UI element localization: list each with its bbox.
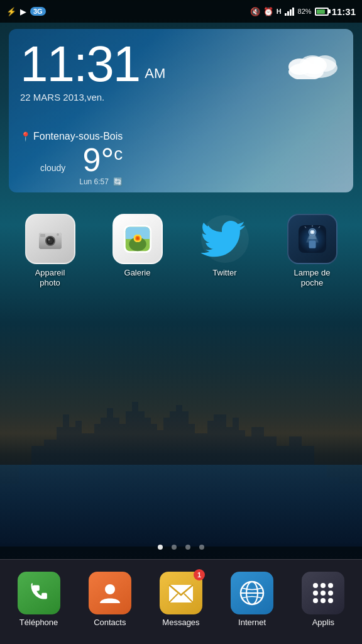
svg-point-54: [313, 591, 318, 596]
dock-phone[interactable]: Téléphone: [8, 572, 70, 627]
twitter-icon-wrap: [200, 214, 250, 264]
internet-label: Internet: [238, 618, 266, 627]
svg-rect-3: [290, 9, 292, 16]
svg-point-56: [328, 591, 333, 596]
svg-point-53: [328, 583, 333, 588]
h-network-icon: H: [277, 8, 282, 15]
page-dot-3[interactable]: [185, 545, 190, 550]
widget-location: Fontenay-sous-Bois: [33, 131, 123, 142]
svg-point-52: [321, 583, 326, 588]
phone-icon-wrap: [18, 572, 60, 614]
widget-date: 22 MARS 2013,ven.: [20, 92, 342, 103]
svg-point-58: [321, 598, 326, 603]
dock-messages[interactable]: 1 Messages: [150, 572, 212, 627]
gallery-label: Galerie: [124, 268, 151, 278]
messages-svg: [168, 581, 194, 605]
svg-point-55: [321, 591, 326, 596]
camera-icon-wrap: [25, 214, 75, 264]
internet-icon-wrap: [231, 572, 273, 614]
gallery-icon-wrap: [112, 214, 163, 264]
svg-rect-17: [40, 234, 45, 237]
location-pin-icon: 📍: [20, 131, 31, 142]
apps-icon-wrap: [302, 572, 344, 614]
messages-icon-wrap: 1: [160, 572, 202, 614]
signal-icon: [285, 7, 295, 16]
network-badge: 3G: [30, 7, 46, 16]
apps-grid-svg: [310, 580, 336, 606]
dock-internet[interactable]: Internet: [221, 572, 283, 627]
apps-row: Appareilphoto: [0, 214, 362, 287]
mute-icon: 🔇: [250, 8, 260, 16]
gallery-svg: [124, 225, 151, 253]
apps-label: Applis: [312, 618, 334, 627]
messages-label: Messages: [162, 618, 199, 627]
widget-time-display: 11:31 AM: [20, 39, 342, 89]
svg-point-16: [48, 239, 50, 241]
widget-time: 11:31: [20, 39, 140, 89]
app-gallery[interactable]: Galerie: [103, 214, 172, 287]
contacts-label: Contacts: [94, 618, 126, 627]
battery-percent: 82%: [298, 8, 312, 15]
svg-point-40: [308, 228, 316, 236]
phone-svg: [27, 581, 51, 605]
contacts-svg: [97, 580, 123, 606]
dock-apps[interactable]: Applis: [292, 572, 354, 627]
internet-svg: [239, 580, 265, 606]
dock: Téléphone Contacts: [0, 559, 362, 644]
camera-svg: [36, 225, 64, 253]
twitter-label: Twitter: [212, 268, 236, 278]
flashlight-svg: [299, 225, 326, 253]
contacts-icon-wrap: [89, 572, 131, 614]
svg-rect-1: [285, 13, 287, 16]
page-dot-2[interactable]: [172, 545, 177, 550]
widget-condition: cloudy 9°c: [20, 143, 123, 176]
widget-sunrise: Lun 6:57 🔄: [20, 177, 123, 186]
play-icon: ▶: [20, 8, 26, 16]
page-dots: [0, 545, 362, 550]
messages-badge: 1: [194, 569, 205, 580]
twitter-bird-svg: [200, 214, 250, 264]
alarm-icon: ⏰: [263, 8, 273, 16]
status-right-icons: 🔇 ⏰ H 82% 11:31: [250, 6, 356, 17]
camera-label: Appareilphoto: [35, 268, 65, 287]
status-time: 11:31: [332, 6, 356, 17]
svg-point-59: [328, 598, 333, 603]
dock-contacts[interactable]: Contacts: [79, 572, 141, 627]
app-twitter[interactable]: Twitter: [190, 214, 260, 287]
widget-ampm: AM: [145, 65, 165, 82]
svg-point-44: [105, 584, 115, 594]
widget-temperature: 9°c: [83, 142, 123, 178]
svg-rect-4: [292, 8, 294, 16]
flashlight-icon-wrap: [287, 214, 337, 264]
page-dot-1[interactable]: [158, 545, 163, 550]
svg-point-57: [313, 598, 318, 603]
weather-info: 📍 Fontenay-sous-Bois cloudy 9°c Lun 6:57…: [20, 131, 123, 186]
svg-point-51: [313, 583, 318, 588]
status-left-icons: ⚡ ▶ 3G: [6, 7, 46, 16]
svg-rect-2: [287, 11, 289, 16]
usb-icon: ⚡: [6, 8, 16, 16]
svg-point-30: [136, 237, 138, 240]
refresh-icon: 🔄: [113, 177, 123, 186]
svg-rect-35: [309, 241, 315, 248]
weather-widget[interactable]: 11:31 AM 22 MARS 2013,ven. 📍 Fontenay-so…: [9, 29, 353, 192]
flashlight-label: Lampe depoche: [294, 268, 331, 287]
app-camera[interactable]: Appareilphoto: [16, 214, 85, 287]
svg-point-18: [57, 233, 59, 236]
battery-icon: [315, 8, 329, 16]
app-flashlight[interactable]: Lampe depoche: [278, 214, 347, 287]
status-bar: ⚡ ▶ 3G 🔇 ⏰ H 82% 11:31: [0, 0, 362, 23]
phone-label: Téléphone: [19, 618, 58, 627]
page-dot-4[interactable]: [199, 545, 204, 550]
